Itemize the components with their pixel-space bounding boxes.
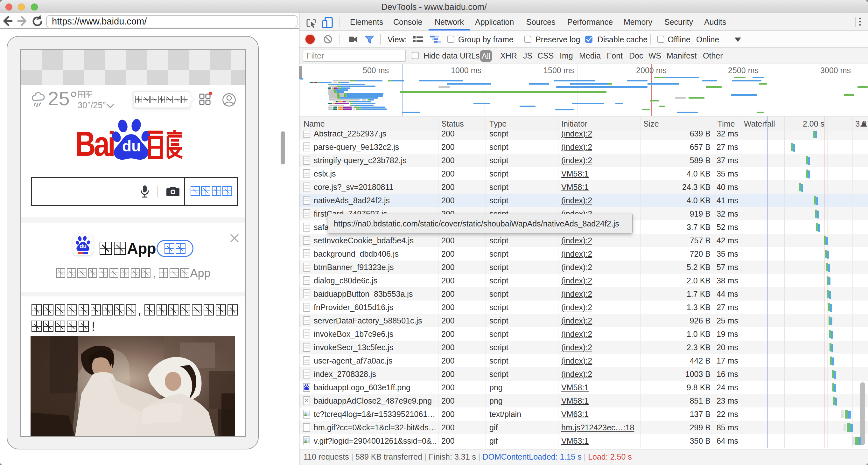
svg-text:du: du	[80, 243, 87, 250]
svg-text:du: du	[122, 138, 141, 155]
